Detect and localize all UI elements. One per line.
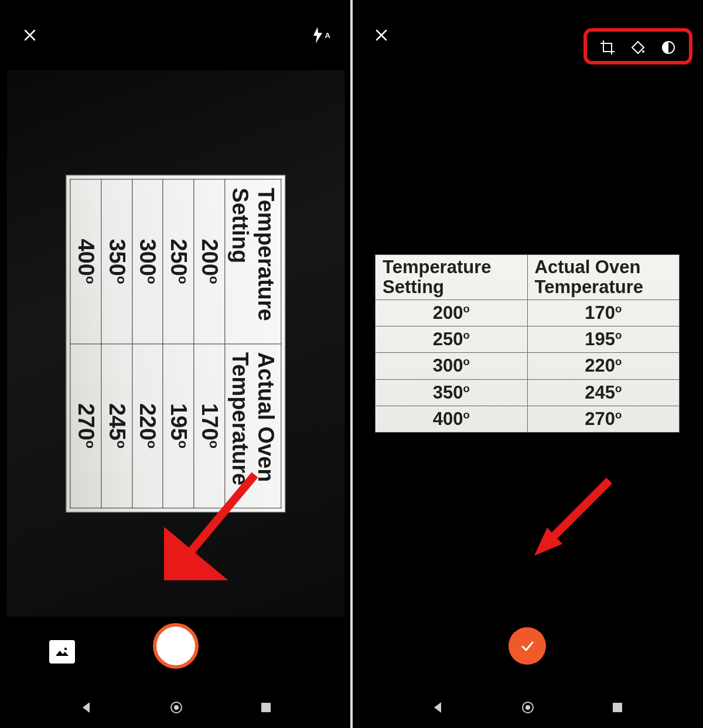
svg-rect-13 bbox=[613, 703, 622, 712]
contrast-icon[interactable] bbox=[660, 39, 677, 56]
table-row: 300o220o bbox=[376, 353, 680, 379]
table-row: 300o220o bbox=[132, 179, 163, 508]
table-row: 250o195o bbox=[376, 326, 680, 353]
svg-point-4 bbox=[174, 705, 179, 710]
nav-back-button[interactable] bbox=[431, 701, 444, 714]
nav-back-button[interactable] bbox=[80, 701, 93, 714]
camera-bottom-bar bbox=[0, 617, 352, 675]
table-row: 350o245o bbox=[376, 379, 680, 406]
nav-recent-button[interactable] bbox=[612, 702, 623, 713]
close-button[interactable] bbox=[373, 26, 390, 44]
table-row: 400o270o bbox=[376, 406, 680, 433]
edit-toolbar bbox=[591, 34, 685, 61]
shutter-button[interactable] bbox=[153, 623, 199, 669]
table-row: 200o170o bbox=[194, 179, 225, 508]
android-nav-bar bbox=[0, 687, 352, 728]
edit-pane: TemperatureSetting Actual OvenTemperatur… bbox=[352, 0, 703, 728]
table-row: 350o245o bbox=[101, 179, 132, 508]
camera-top-bar: A bbox=[0, 0, 352, 70]
close-button[interactable] bbox=[21, 26, 39, 44]
svg-point-12 bbox=[525, 705, 530, 710]
cropped-document: TemperatureSetting Actual OvenTemperatur… bbox=[375, 254, 680, 433]
ink-icon[interactable] bbox=[629, 39, 647, 56]
nav-home-button[interactable] bbox=[521, 700, 535, 715]
nav-recent-button[interactable] bbox=[260, 702, 272, 713]
confirm-button[interactable] bbox=[509, 627, 546, 665]
table-row: 200o170o bbox=[376, 300, 680, 326]
viewfinder: TemperatureSetting Actual OvenTemperatur… bbox=[7, 70, 344, 617]
nav-home-button[interactable] bbox=[169, 700, 183, 715]
camera-capture-pane: A TemperatureSetting Actual OvenTemperat… bbox=[0, 0, 352, 728]
table-row: 400o270o bbox=[70, 179, 101, 508]
crop-icon[interactable] bbox=[599, 39, 616, 56]
android-nav-bar bbox=[352, 687, 703, 728]
captured-document: TemperatureSetting Actual OvenTemperatur… bbox=[66, 175, 286, 512]
flash-mode-label: A bbox=[325, 31, 330, 40]
table-row: 250o195o bbox=[163, 179, 194, 508]
edit-bottom-bar bbox=[352, 617, 703, 675]
svg-rect-5 bbox=[261, 703, 271, 712]
flash-toggle[interactable]: A bbox=[312, 26, 330, 44]
svg-point-6 bbox=[642, 50, 644, 53]
pane-divider bbox=[350, 0, 353, 728]
temperature-table: TemperatureSetting Actual OvenTemperatur… bbox=[70, 179, 282, 508]
temperature-table: TemperatureSetting Actual OvenTemperatur… bbox=[375, 254, 680, 433]
edit-canvas: TemperatureSetting Actual OvenTemperatur… bbox=[352, 70, 703, 617]
